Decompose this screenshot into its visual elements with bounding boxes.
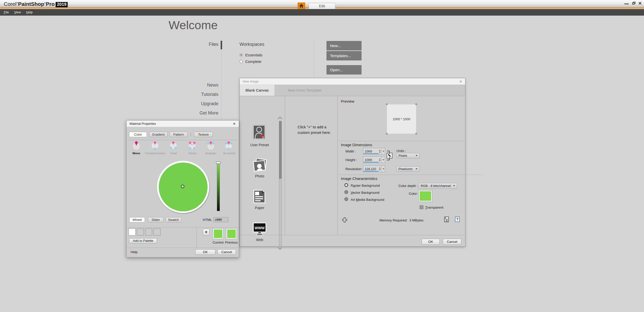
scroll-up-icon[interactable] [277,116,283,121]
palette-swatch-4[interactable] [153,228,160,236]
link-news[interactable]: News [176,83,218,88]
transparent-checkbox[interactable] [420,205,423,209]
harmony-analogic-icon[interactable] [206,141,215,152]
harmony-tetrad-label[interactable]: Tetrad [185,152,200,155]
tab-new-from-template[interactable]: New From Template [274,85,335,96]
value-slider[interactable] [217,163,220,211]
art-media-background-label: Art Media Background [351,198,384,202]
palette-swatch-2[interactable] [137,228,144,236]
menu-view[interactable]: View [14,11,21,14]
add-swatch-button[interactable]: + [203,229,210,236]
close-window-button[interactable]: ✕ [638,1,642,6]
memory-label: Memory Required: [380,218,408,222]
harmony-accented-icon[interactable] [224,141,233,152]
tab-color[interactable]: Color [129,132,147,137]
preview-handle[interactable] [416,133,417,134]
web-preset-icon[interactable]: WWW [252,222,267,236]
help-icon[interactable]: ? [455,217,460,222]
radio-vector-background[interactable] [344,190,348,194]
harmony-complementary-icon[interactable] [150,141,159,152]
close-icon[interactable]: ✕ [233,122,236,126]
harmony-mono-label[interactable]: Mono [129,152,144,155]
width-field[interactable] [363,148,385,154]
radio-art-media-background[interactable] [344,197,348,201]
field-underline [364,153,379,154]
titlebar: Corel®PaintShop®Pro2019 Edit ✕ [0,0,644,8]
preset-options-icon[interactable] [444,217,449,223]
link-tutorials[interactable]: Tutorials [176,92,218,97]
harmony-triad-label[interactable]: Triad [166,152,181,155]
workspace-option-complete[interactable]: Complete [239,59,261,64]
html-label: HTML [203,218,212,222]
photo-preset-icon[interactable] [252,159,267,172]
add-to-palette-button[interactable]: Add to Palette [129,238,157,243]
help-link[interactable]: Help [131,250,138,254]
harmony-accented-label[interactable]: Accented [222,152,237,155]
restore-button[interactable] [632,2,635,5]
radio-raster-background[interactable] [344,183,348,187]
workspace-option-essentials[interactable]: Essentials [239,53,262,57]
current-color-swatch[interactable] [213,228,223,239]
new-image-titlebar[interactable]: New Image ✕ [240,78,465,85]
field-underline [364,162,379,163]
html-color-input[interactable] [213,217,228,222]
resolution-units-dropdown[interactable]: Pixels/cm [396,166,420,172]
tab-pattern[interactable]: Pattern [170,132,188,137]
harmony-tetrad-icon[interactable] [188,141,197,152]
material-titlebar[interactable]: Material Properties ✕ [127,121,239,127]
new-image-body: User Preset Photo [240,96,465,235]
preview-handle[interactable] [386,104,387,105]
tab-texture[interactable]: Texture [194,132,213,137]
home-icon [299,4,304,8]
value-slider-handle[interactable] [216,162,221,164]
preset-scrollbar-thumb[interactable] [279,121,281,179]
preview-handle[interactable] [386,133,387,134]
tab-edit[interactable]: Edit [309,3,335,9]
preview-handle[interactable] [416,104,417,105]
new-button[interactable]: New... [327,41,361,50]
brand-pro: Pro [46,1,55,7]
radio-complete[interactable] [239,60,243,63]
harmony-complementary-label[interactable]: Complementary [145,152,165,155]
ok-button[interactable]: OK [422,239,440,245]
material-properties-dialog: Material Properties ✕ Color Gradient Pat… [126,120,239,257]
close-icon[interactable]: ✕ [459,80,462,83]
harmony-triad-icon[interactable] [169,141,178,152]
wheel-view-button[interactable]: Wheel [129,217,145,222]
palette-swatch-1[interactable] [129,228,136,236]
section-divider [339,175,464,175]
ok-button[interactable]: OK [195,249,215,255]
tab-gradient[interactable]: Gradient [149,132,168,137]
units-dropdown[interactable]: Pixels [396,153,420,158]
link-upgrade[interactable]: Upgrade [176,101,218,106]
paper-preset-icon[interactable] [253,189,266,204]
palette-swatch-3[interactable] [145,228,152,236]
previous-color-swatch[interactable] [226,228,237,239]
harmony-analogic-label[interactable]: Analogic [203,152,218,155]
open-button[interactable]: Open... [327,65,361,74]
user-preset-icon[interactable] [253,125,265,139]
slider-view-button[interactable]: Slider [148,217,164,222]
height-dropdown-arrow[interactable] [381,157,385,163]
resolution-field[interactable] [363,166,385,172]
templates-button[interactable]: Templates... [327,51,361,60]
resolution-dropdown-arrow[interactable] [381,166,385,172]
lock-aspect-ratio-icon[interactable] [386,150,392,161]
cancel-button[interactable]: Cancel [443,239,461,245]
cancel-button[interactable]: Cancel [217,249,236,255]
color-depth-dropdown[interactable]: RGB - 8 bits/channel [419,183,457,189]
harmony-mono-icon[interactable] [132,141,141,152]
link-get-more[interactable]: Get More [176,110,218,116]
swatch-view-button[interactable]: Swatch [166,217,181,222]
scroll-down-icon[interactable] [277,247,283,251]
width-dropdown-arrow[interactable] [381,148,385,154]
background-color-swatch[interactable] [419,190,432,202]
height-field[interactable] [363,157,385,163]
tab-blank-canvas[interactable]: Blank Canvas [240,85,274,96]
minimize-button[interactable] [624,4,629,4]
menu-help[interactable]: Help [26,11,33,14]
color-wheel-selector[interactable] [181,185,184,188]
tab-home[interactable] [298,3,305,9]
menu-file[interactable]: File [4,11,9,14]
radio-essentials[interactable] [239,53,243,57]
